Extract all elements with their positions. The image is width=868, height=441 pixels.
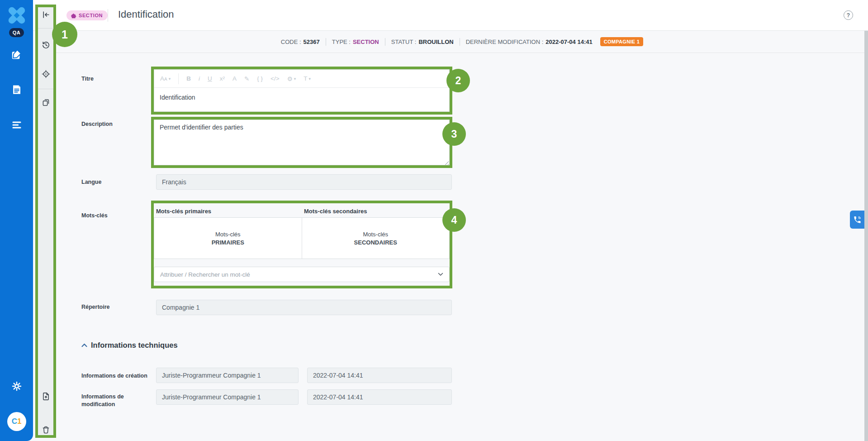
import-file-button[interactable] — [35, 392, 56, 401]
modification-date-field — [307, 389, 452, 405]
target-icon — [42, 70, 50, 78]
editor-toolbar: Aᴀ ▾ B i U x² A ✎ { } </> ⚙ ▾ T ▾ — [154, 70, 449, 88]
help-button[interactable]: ? — [844, 10, 853, 20]
meta-separator — [385, 38, 385, 46]
text-style-icon: T — [304, 75, 307, 82]
type-badge-label: SECTION — [79, 13, 103, 18]
header-divider — [108, 9, 108, 22]
titre-label: Titre — [81, 75, 94, 83]
meta-code: CODE : 52367 — [281, 38, 320, 45]
rail-divider — [38, 89, 53, 89]
caret-down-icon: ▾ — [169, 77, 171, 81]
text-color-button[interactable]: A — [232, 75, 237, 82]
motscles-primary-panel[interactable]: Mots-clés PRIMAIRES — [154, 218, 302, 259]
motscles-search-dropdown[interactable]: Attribuer / Rechercher un mot-clé — [154, 267, 450, 282]
motscles-secondary-header: Mots-clés secondaires — [304, 208, 367, 215]
creation-label: Informations de création — [81, 372, 147, 380]
rail-divider — [38, 28, 53, 29]
motscles-primary-empty-line1: Mots-clés — [215, 231, 241, 238]
meta-type-label: TYPE : — [332, 38, 351, 45]
company-badge: COMPAGNIE 1 — [600, 37, 644, 46]
delete-button[interactable] — [35, 426, 56, 434]
qa-badge-label: QA — [9, 28, 24, 37]
font-size-button[interactable]: Aᴀ ▾ — [160, 75, 171, 82]
font-size-icon: Aᴀ — [160, 75, 167, 82]
repertoire-label: Répertoire — [81, 303, 110, 311]
list-icon — [11, 120, 22, 130]
help-icon: ? — [847, 12, 850, 19]
sidebar-item-list[interactable] — [0, 120, 33, 130]
text-style-button[interactable]: T ▾ — [304, 75, 311, 82]
history-button[interactable] — [35, 41, 56, 49]
page-header: SECTION Identification ? — [33, 0, 868, 31]
duplicate-button[interactable] — [35, 98, 56, 107]
meta-type: TYPE : SECTION — [332, 38, 379, 45]
modification-label: Informations de modification — [81, 393, 138, 408]
langue-field — [156, 174, 452, 190]
sidebar-item-settings[interactable] — [0, 381, 33, 391]
bold-button[interactable]: B — [186, 75, 191, 82]
tool-rail — [35, 5, 56, 438]
caret-down-icon: ▾ — [294, 77, 296, 81]
meta-modified-label: DERNIÈRE MODIFICATION : — [466, 38, 544, 45]
copy-icon — [42, 98, 50, 107]
collapse-panel-button[interactable] — [35, 10, 56, 19]
motscles-secondary-panel[interactable]: Mots-clés SECONDAIRES — [302, 218, 450, 259]
meta-separator — [326, 38, 326, 46]
trash-icon — [42, 426, 50, 434]
editor-settings-button[interactable]: ⚙ ▾ — [287, 75, 296, 82]
motscles-label: Mots-clés — [81, 212, 108, 220]
braces-button[interactable]: { } — [257, 75, 263, 82]
underline-button[interactable]: U — [208, 75, 212, 82]
app-logo[interactable] — [0, 6, 33, 25]
superscript-button[interactable]: x² — [220, 75, 225, 82]
toolbar-divider — [178, 73, 179, 84]
description-label: Description — [81, 120, 113, 128]
avatar-digit: 1 — [17, 417, 21, 426]
type-badge: SECTION — [66, 10, 108, 20]
meta-type-value: SECTION — [353, 38, 379, 45]
tech-section-toggle[interactable]: Informations techniques — [81, 341, 178, 350]
motscles-primary-header: Mots-clés primaires — [156, 208, 211, 215]
chevron-down-icon — [438, 273, 443, 276]
creation-user-field — [156, 368, 299, 383]
contact-phone-button[interactable] — [850, 211, 864, 229]
tech-section-title: Informations techniques — [91, 341, 178, 350]
meta-code-value: 52367 — [304, 38, 320, 45]
titre-editor: Aᴀ ▾ B i U x² A ✎ { } </> ⚙ ▾ T ▾ Identi… — [154, 69, 450, 112]
page-title: Identification — [118, 9, 174, 20]
motscles-secondary-empty-line2: SECONDAIRES — [354, 239, 397, 246]
scrollbar[interactable] — [864, 31, 868, 441]
repertoire-field — [156, 300, 452, 315]
meta-status: STATUT : BROUILLON — [391, 38, 454, 45]
compose-icon — [11, 49, 22, 60]
puzzle-icon — [71, 13, 76, 19]
motscles-search-placeholder: Attribuer / Rechercher un mot-clé — [160, 271, 250, 278]
italic-button[interactable]: i — [199, 75, 200, 82]
document-icon — [11, 84, 22, 95]
sidebar-item-documents[interactable] — [0, 84, 33, 95]
gear-icon — [12, 381, 22, 391]
sidebar-item-compose[interactable] — [0, 49, 33, 60]
meta-modified-value: 2022-07-04 14:41 — [545, 38, 592, 45]
locate-button[interactable] — [35, 70, 56, 78]
caret-down-icon: ▾ — [309, 77, 311, 81]
user-avatar[interactable]: C 1 — [0, 412, 33, 431]
langue-label: Langue — [81, 178, 101, 186]
chevron-up-icon — [81, 343, 87, 347]
phone-icon — [853, 216, 862, 224]
x-logo-icon — [7, 6, 26, 25]
annotation-step-2: 2 — [446, 69, 470, 92]
avatar-letter: C — [12, 417, 17, 426]
highlight-pen-icon[interactable]: ✎ — [244, 75, 249, 82]
creation-date-field — [307, 368, 452, 383]
description-textarea[interactable]: Permet d'identifier des parties — [154, 120, 450, 165]
avatar: C 1 — [7, 412, 26, 431]
motscles-primary-empty-line2: PRIMAIRES — [212, 239, 244, 246]
app-root: SECTION Identification ? CODE : 52367 TY… — [0, 0, 868, 441]
titre-input[interactable]: Identification — [154, 88, 449, 107]
meta-status-value: BROUILLON — [418, 38, 453, 45]
meta-modified: DERNIÈRE MODIFICATION : 2022-07-04 14:41 — [466, 38, 593, 45]
code-button[interactable]: </> — [270, 75, 280, 82]
history-icon — [42, 41, 50, 49]
